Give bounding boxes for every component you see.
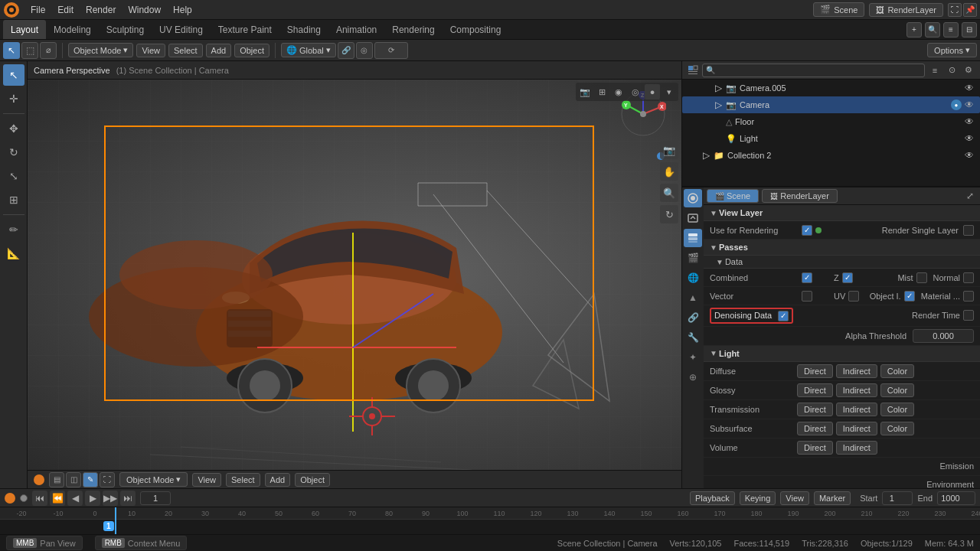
expand-all-btn[interactable]: ⤢ xyxy=(963,189,977,203)
tab-layout[interactable]: Layout xyxy=(3,20,46,39)
shading-wire-btn[interactable]: ⊞ xyxy=(594,84,609,99)
global-dropdown[interactable]: 🌐 Global ▾ xyxy=(281,43,336,57)
data-subsection-header[interactable]: ▼ Data xyxy=(704,256,980,269)
timeline-view-dropdown[interactable]: View xyxy=(780,491,809,505)
proportional-btn[interactable]: ◎ xyxy=(356,42,373,59)
tool-select[interactable]: ↖ xyxy=(3,64,24,86)
playback-dropdown[interactable]: Playback xyxy=(690,491,735,505)
shading-rendered-btn[interactable]: ◎ xyxy=(628,84,643,99)
jump-prev-key-btn[interactable]: ⏪ xyxy=(50,491,65,506)
menu-edit[interactable]: Edit xyxy=(51,3,80,17)
prop-tab-particles[interactable]: ✦ xyxy=(684,348,702,367)
options-dropdown[interactable]: Options ▾ xyxy=(927,43,977,57)
tool-move[interactable]: ✥ xyxy=(3,118,24,139)
tab-sculpting[interactable]: Sculpting xyxy=(99,20,152,39)
editor-type-btn[interactable] xyxy=(34,474,44,485)
jump-end-btn[interactable]: ⏭ xyxy=(120,491,136,506)
glossy-direct-btn[interactable]: Direct xyxy=(797,383,833,397)
record-btn[interactable] xyxy=(20,494,28,502)
prop-tab-world[interactable]: 🌐 xyxy=(684,269,702,287)
alpha-threshold-input[interactable]: 0.000 xyxy=(913,329,974,343)
tab-shading[interactable]: Shading xyxy=(279,20,328,39)
subsurface-direct-btn[interactable]: Direct xyxy=(797,422,833,435)
tab-texture-paint[interactable]: Texture Paint xyxy=(211,20,279,39)
transform-options[interactable]: ⟳ xyxy=(374,42,408,59)
combined-checkbox[interactable]: ✓ xyxy=(802,272,812,283)
keying-dropdown[interactable]: Keying xyxy=(740,491,776,505)
timeline-body[interactable]: -20 -10 0 10 20 30 40 50 60 70 80 90 100… xyxy=(0,507,980,534)
menu-help[interactable]: Help xyxy=(167,3,198,17)
layout-btn[interactable]: ⊟ xyxy=(962,22,977,37)
tool-region2-btn[interactable]: ⛶ xyxy=(100,472,115,487)
tab-compositing[interactable]: Compositing xyxy=(443,20,509,39)
timeline-editor-type[interactable] xyxy=(5,493,15,504)
camera005-visibility[interactable]: 👁 xyxy=(965,83,974,93)
tool-measure[interactable]: 📐 xyxy=(3,243,24,264)
menu-render[interactable]: Render xyxy=(80,3,122,17)
add-btn[interactable]: Add xyxy=(206,44,232,57)
filter-btn[interactable]: ≡ xyxy=(943,22,959,37)
prop-tab-scene[interactable]: 🎬 xyxy=(684,249,702,267)
diffuse-color-btn[interactable]: Color xyxy=(880,364,914,378)
tool-annotate2-btn[interactable]: ✎ xyxy=(83,472,98,487)
z-checkbox[interactable]: ✓ xyxy=(842,272,853,283)
tab-uv-editing[interactable]: UV Editing xyxy=(152,20,211,39)
step-next-btn[interactable]: ▶▶ xyxy=(103,491,118,506)
prop-tab-physics[interactable]: ⊕ xyxy=(684,368,702,386)
floor-visibility[interactable]: 👁 xyxy=(965,116,974,127)
light-section-header[interactable]: ▼ Light xyxy=(704,346,980,362)
outliner-item-camera005[interactable]: ▷ 📷 Camera.005 👁 xyxy=(682,80,980,96)
material-checkbox[interactable] xyxy=(963,291,974,302)
viewport-view-btn[interactable]: View xyxy=(192,473,221,487)
outliner-sync[interactable]: ⊙ xyxy=(945,64,959,77)
transmission-indirect-btn[interactable]: Indirect xyxy=(836,403,877,416)
render-time-checkbox[interactable] xyxy=(963,310,974,321)
uv-checkbox[interactable] xyxy=(848,291,859,302)
search-btn[interactable]: 🔍 xyxy=(925,22,940,37)
snap-btn[interactable]: 🔗 xyxy=(338,42,354,59)
scene-tab-btn[interactable]: 🎬 Scene xyxy=(707,189,759,203)
subsurface-color-btn[interactable]: Color xyxy=(880,422,914,435)
outliner-item-floor[interactable]: △ Floor 👁 xyxy=(682,113,980,130)
play-btn[interactable]: ▶ xyxy=(85,491,100,506)
tool-overlay-btn[interactable]: ◫ xyxy=(66,472,81,487)
vector-checkbox[interactable] xyxy=(802,291,812,302)
vp-orbit-icon[interactable]: ↻ xyxy=(660,205,678,223)
expand-btn[interactable]: + xyxy=(906,22,922,37)
tool-annotate[interactable]: ✏ xyxy=(3,219,24,240)
subsurface-indirect-btn[interactable]: Indirect xyxy=(836,422,877,435)
object-mode-btn[interactable]: Object Mode ▾ xyxy=(119,472,188,487)
menu-file[interactable]: File xyxy=(24,3,51,17)
start-frame-input[interactable] xyxy=(882,491,913,505)
viewport[interactable]: Camera Perspective (1) Scene Collection … xyxy=(28,61,681,488)
prop-tab-output[interactable] xyxy=(684,209,702,227)
mode-dropdown[interactable]: Object Mode ▾ xyxy=(68,43,133,57)
transmission-direct-btn[interactable]: Direct xyxy=(797,403,833,416)
light-visibility[interactable]: 👁 xyxy=(965,133,974,144)
step-prev-btn[interactable]: ◀ xyxy=(67,491,83,506)
tool-scale[interactable]: ⤡ xyxy=(3,165,24,187)
tab-rendering[interactable]: Rendering xyxy=(384,20,442,39)
render-layer-tab-btn[interactable]: 🖼 RenderLayer xyxy=(762,189,838,203)
outliner-settings[interactable]: ⚙ xyxy=(962,64,975,77)
viewport-canvas[interactable]: X Y Z xyxy=(28,80,681,470)
jump-start-btn[interactable]: ⏮ xyxy=(32,491,47,506)
outliner-item-camera[interactable]: ▷ 📷 Camera ● 👁 xyxy=(682,96,980,113)
prop-tab-modifiers[interactable]: 🔧 xyxy=(684,328,702,347)
current-frame-input[interactable]: 1 xyxy=(140,491,171,505)
shading-solid-btn[interactable]: ◉ xyxy=(611,84,626,99)
glossy-color-btn[interactable]: Color xyxy=(880,383,914,397)
viewport-add-btn[interactable]: Add xyxy=(265,473,291,487)
tool-rotate[interactable]: ↻ xyxy=(3,142,24,163)
shading-material-btn[interactable]: ● xyxy=(645,84,660,99)
outliner-search[interactable]: 🔍 xyxy=(702,64,925,77)
glossy-indirect-btn[interactable]: Indirect xyxy=(836,383,877,397)
transmission-color-btn[interactable]: Color xyxy=(880,403,914,416)
tool-region-btn[interactable]: ▤ xyxy=(49,472,64,487)
select-btn[interactable]: Select xyxy=(168,44,203,57)
prop-tab-view-layer[interactable] xyxy=(684,229,702,247)
view-btn[interactable]: View xyxy=(136,44,165,57)
box-select-tool[interactable]: ⬚ xyxy=(21,42,38,59)
viewport-select-btn[interactable]: Select xyxy=(226,473,260,487)
diffuse-indirect-btn[interactable]: Indirect xyxy=(836,364,877,378)
